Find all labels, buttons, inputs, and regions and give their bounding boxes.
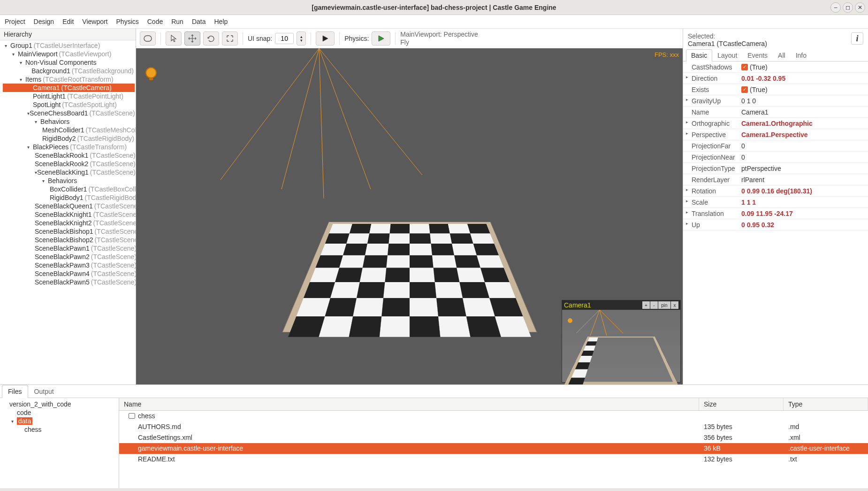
prop-perspective[interactable]: PerspectiveCamera1.Perspective — [683, 129, 868, 140]
close-button[interactable]: ✕ — [855, 2, 865, 13]
file-list[interactable]: Name Size Type chessAUTHORS.md135 bytes.… — [119, 398, 868, 488]
minimize-button[interactable]: – — [830, 2, 841, 13]
hierarchy-node[interactable]: ▾Items(TCastleRootTransform) — [3, 75, 135, 84]
camera-preview-btn[interactable]: - — [650, 301, 658, 309]
hierarchy-node[interactable]: ▾SceneBlackKing1(TCastleScene) — [3, 168, 135, 176]
svg-line-11 — [600, 310, 623, 333]
info-icon[interactable]: i — [851, 32, 863, 45]
svg-line-8 — [576, 310, 600, 333]
hierarchy-node[interactable]: SceneBlackPawn2(TCastleScene) — [3, 253, 135, 261]
hierarchy-node[interactable]: SceneBlackQueen1(TCastleScene) — [3, 202, 135, 210]
hierarchy-tree[interactable]: ▾Group1(TCastleUserInterface)▾MainViewpo… — [0, 40, 136, 384]
hierarchy-node[interactable]: SceneBlackPawn5(TCastleScene) — [3, 278, 135, 286]
hierarchy-node[interactable]: SceneBlackPawn1(TCastleScene) — [3, 244, 135, 253]
prop-direction[interactable]: Direction0.01 -0.32 0.95 — [683, 73, 868, 84]
properties-grid[interactable]: CastShadows✓(True)Direction0.01 -0.32 0.… — [683, 61, 868, 384]
inspector-tab-info[interactable]: Info — [791, 49, 812, 61]
hierarchy-node[interactable]: Background1(TCastleBackground) — [3, 67, 135, 75]
file-row[interactable]: AUTHORS.md135 bytes.md — [119, 422, 868, 432]
hierarchy-node[interactable]: SceneBlackKnight1(TCastleScene) — [3, 210, 135, 219]
menu-data[interactable]: Data — [192, 18, 206, 25]
play-button[interactable] — [316, 31, 335, 46]
col-type[interactable]: Type — [784, 398, 868, 410]
menu-help[interactable]: Help — [214, 18, 228, 25]
hierarchy-node[interactable]: SpotLight(TCastleSpotLight) — [3, 100, 135, 109]
menu-run[interactable]: Run — [171, 18, 183, 25]
inspector-tab-layout[interactable]: Layout — [712, 49, 742, 61]
prop-up[interactable]: Up0 0.95 0.32 — [683, 219, 868, 230]
physics-play-button[interactable] — [372, 31, 390, 46]
maximize-button[interactable]: ◻ — [843, 2, 853, 13]
viewport[interactable]: FPS: xxx Camera1 +-pinx — [136, 48, 683, 384]
prop-orthographic[interactable]: OrthographicCamera1.Orthographic — [683, 118, 868, 129]
prop-translation[interactable]: Translation0.09 11.95 -24.17 — [683, 208, 868, 219]
rotate-tool[interactable] — [203, 31, 219, 46]
ui-snap-label: UI snap: — [248, 35, 272, 42]
folder-node[interactable]: chess — [4, 425, 115, 434]
lightbulb-icon — [144, 66, 159, 84]
hierarchy-node[interactable]: SceneBlackPawn3(TCastleScene) — [3, 261, 135, 269]
ui-snap-input[interactable] — [275, 33, 294, 44]
hierarchy-node[interactable]: SceneBlackBishop1(TCastleScene) — [3, 227, 135, 236]
hand-tool[interactable] — [140, 31, 156, 46]
menu-physics[interactable]: Physics — [116, 18, 139, 25]
camera-preview-btn[interactable]: + — [642, 301, 650, 309]
file-row[interactable]: README.txt132 bytes.txt — [119, 454, 868, 465]
menubar: ProjectDesignEditViewportPhysicsCodeRunD… — [0, 15, 868, 29]
hierarchy-node[interactable]: SceneBlackBishop2(TCastleScene) — [3, 236, 135, 244]
hierarchy-node[interactable]: SceneBlackKnight2(TCastleScene) — [3, 219, 135, 227]
hierarchy-node[interactable]: ▾MainViewport(TCastleViewport) — [3, 50, 135, 58]
folder-node[interactable]: version_2_with_code — [4, 400, 115, 408]
hierarchy-node[interactable]: SceneBlackRook2(TCastleScene) — [3, 160, 135, 168]
prop-rotation[interactable]: Rotation0 0.99 0.16 deg(180.31) — [683, 185, 868, 197]
menu-viewport[interactable]: Viewport — [82, 18, 107, 25]
bottom-tab-files[interactable]: Files — [2, 385, 28, 398]
hierarchy-node[interactable]: ▾Non-Visual Components — [3, 58, 135, 67]
col-size[interactable]: Size — [699, 398, 784, 410]
hierarchy-node[interactable]: ▾Group1(TCastleUserInterface) — [3, 41, 135, 50]
file-row[interactable]: CastleSettings.xml356 bytes.xml — [119, 432, 868, 443]
hierarchy-node[interactable]: ▾BlackPieces(TCastleTransform) — [3, 143, 135, 151]
prop-name[interactable]: NameCamera1 — [683, 107, 868, 118]
hierarchy-node[interactable]: ▾SceneChessBoard1(TCastleScene) — [3, 109, 135, 117]
hierarchy-node[interactable]: ▾Behaviors — [3, 117, 135, 126]
menu-project[interactable]: Project — [5, 18, 25, 25]
folder-node[interactable]: ▾data — [4, 417, 115, 425]
inspector-tab-basic[interactable]: Basic — [686, 49, 712, 61]
menu-code[interactable]: Code — [147, 18, 163, 25]
hierarchy-node[interactable]: BoxCollider1(TCastleBoxCollider) — [3, 185, 135, 193]
file-row[interactable]: gameviewmain.castle-user-interface36 kB.… — [119, 443, 868, 454]
prop-scale[interactable]: Scale1 1 1 — [683, 197, 868, 208]
folder-tree[interactable]: version_2_with_codecode▾datachess — [0, 398, 119, 488]
prop-projectiontype[interactable]: ProjectionTypeptPerspective — [683, 163, 868, 174]
move-tool[interactable] — [184, 31, 200, 46]
menu-design[interactable]: Design — [34, 18, 54, 25]
folder-node[interactable]: code — [4, 408, 115, 417]
inspector-tab-all[interactable]: All — [773, 49, 791, 61]
svg-line-3 — [319, 48, 324, 199]
hierarchy-node[interactable]: RigidBody1(TCastleRigidBody) — [3, 193, 135, 202]
prop-renderlayer[interactable]: RenderLayerrlParent — [683, 174, 868, 185]
prop-gravityup[interactable]: GravityUp0 1 0 — [683, 95, 868, 107]
prop-exists[interactable]: Exists✓(True) — [683, 84, 868, 95]
menu-edit[interactable]: Edit — [62, 18, 74, 25]
hierarchy-node[interactable]: SceneBlackRook1(TCastleScene) — [3, 151, 135, 160]
scale-tool[interactable] — [222, 31, 238, 46]
hierarchy-node[interactable]: RigidBody2(TCastleRigidBody) — [3, 134, 135, 143]
bottom-tab-output[interactable]: Output — [28, 385, 60, 398]
hierarchy-node[interactable]: ▾Behaviors — [3, 176, 135, 185]
prop-projectionfar[interactable]: ProjectionFar0 — [683, 140, 868, 152]
snap-stepper[interactable]: ▴▾ — [297, 31, 306, 46]
col-name[interactable]: Name — [119, 398, 699, 410]
select-tool[interactable] — [166, 31, 182, 46]
hierarchy-node[interactable]: PointLight1(TCastlePointLight) — [3, 92, 135, 100]
file-row[interactable]: chess — [119, 411, 868, 422]
hierarchy-node[interactable]: SceneBlackPawn4(TCastleScene) — [3, 269, 135, 278]
prop-projectionnear[interactable]: ProjectionNear0 — [683, 152, 868, 163]
hierarchy-node[interactable]: Camera1(TCastleCamera) — [3, 84, 135, 92]
inspector-tab-events[interactable]: Events — [742, 49, 773, 61]
camera-preview-btn[interactable]: x — [671, 301, 678, 309]
hierarchy-node[interactable]: MeshCollider1(TCastleMeshCollider) — [3, 126, 135, 134]
prop-castshadows[interactable]: CastShadows✓(True) — [683, 61, 868, 73]
camera-preview-btn[interactable]: pin — [658, 301, 670, 309]
